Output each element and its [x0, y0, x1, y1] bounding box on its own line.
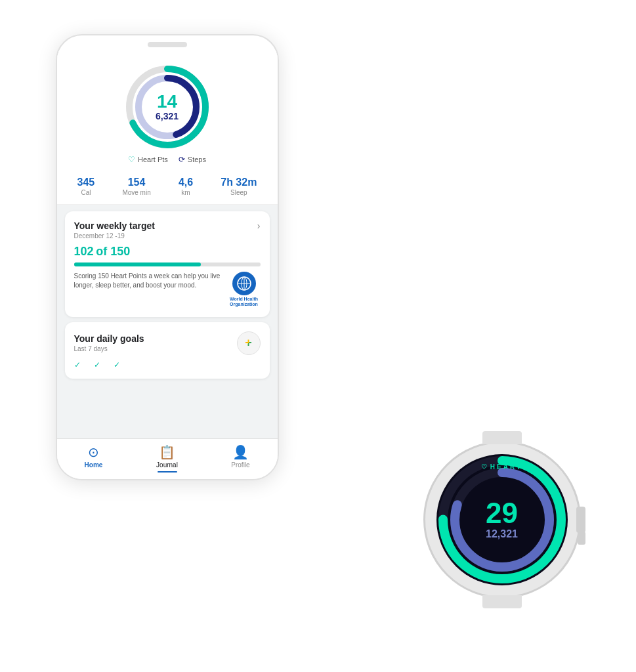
- nav-journal-label: Journal: [156, 461, 178, 469]
- who-svg: [236, 276, 252, 291]
- watch-screen: ♡ HEART 29 12,321: [436, 454, 568, 585]
- weekly-target-title: Your weekly target: [74, 220, 155, 231]
- check-2: ✓: [94, 360, 100, 369]
- target-progress-label: 102 of 150: [74, 245, 261, 259]
- checkmarks-row: ✓ ✓ ✓: [74, 360, 261, 369]
- progress-bar-bg: [74, 262, 261, 266]
- journal-icon: 📋: [159, 444, 175, 460]
- chevron-right-icon: ›: [257, 220, 261, 231]
- daily-goals-subtitle: Last 7 days: [74, 345, 144, 352]
- watch-sub-number: 12,321: [486, 528, 518, 540]
- stat-sleep-value: 7h 32m: [221, 177, 257, 188]
- scene: 14 6,321 ♡ Heart Pts ⟳ Steps: [23, 21, 614, 651]
- weekly-target-card[interactable]: Your weekly target › December 12 -19 102…: [65, 211, 270, 317]
- nav-journal[interactable]: 📋 Journal: [144, 444, 190, 472]
- weekly-target-header: Your weekly target ›: [74, 220, 261, 231]
- stat-move-value: 154: [122, 177, 150, 188]
- watch-heart-icon: ♡: [481, 463, 489, 471]
- heart-pts-legend: ♡ Heart Pts: [128, 155, 168, 164]
- ring-center: 14 6,321: [156, 93, 179, 122]
- target-of-label: of: [96, 245, 110, 258]
- watch-lug-bottom: [482, 595, 522, 608]
- stat-km-value: 4,6: [179, 177, 193, 188]
- phone-screen: 14 6,321 ♡ Heart Pts ⟳ Steps: [57, 51, 278, 479]
- add-button[interactable]: +: [237, 331, 261, 355]
- card-body: Scoring 150 Heart Points a week can help…: [74, 272, 261, 308]
- stat-move-label: Move min: [122, 189, 150, 196]
- watch-crown: [576, 507, 585, 533]
- nav-home-label: Home: [85, 461, 103, 469]
- watch-crown-button: [578, 532, 585, 545]
- stat-move: 154 Move min: [122, 177, 150, 196]
- who-text: World HealthOrganization: [230, 297, 258, 308]
- heart-icon: ♡: [128, 155, 135, 164]
- check-1: ✓: [74, 360, 81, 369]
- watch-lug-top: [482, 431, 522, 444]
- watch-heart-label: ♡ HEART: [481, 463, 522, 471]
- phone: 14 6,321 ♡ Heart Pts ⟳ Steps: [56, 34, 279, 480]
- stat-cal-value: 345: [77, 177, 95, 188]
- stats-row: 345 Cal 154 Move min 4,6 km 7h 32m Sleep: [57, 171, 278, 205]
- nav-profile-label: Profile: [231, 461, 249, 469]
- daily-goals-header: Your daily goals Last 7 days +: [74, 331, 261, 355]
- ring-sub-number: 6,321: [156, 111, 179, 122]
- nav-home[interactable]: ⊙ Home: [71, 444, 117, 472]
- stat-cal: 345 Cal: [77, 177, 95, 196]
- weekly-target-description: Scoring 150 Heart Points a week can help…: [74, 272, 221, 290]
- progress-bar-fill: [74, 262, 201, 266]
- phone-notch: [148, 42, 187, 47]
- target-current: 102: [74, 245, 94, 258]
- ring-legend: ♡ Heart Pts ⟳ Steps: [128, 155, 206, 164]
- profile-icon: 👤: [232, 444, 249, 460]
- who-logo: World HealthOrganization: [228, 272, 261, 308]
- stat-km: 4,6 km: [179, 177, 193, 196]
- steps-label: Steps: [188, 156, 206, 163]
- stat-km-label: km: [179, 189, 193, 196]
- stat-sleep: 7h 32m Sleep: [221, 177, 257, 196]
- plus-icon: +: [245, 336, 252, 350]
- watch-body: ♡ HEART 29 12,321: [423, 441, 581, 598]
- check-3: ✓: [114, 360, 120, 369]
- target-total: 150: [110, 245, 130, 258]
- steps-legend: ⟳ Steps: [179, 155, 206, 164]
- daily-goals-title: Your daily goals: [74, 333, 144, 344]
- nav-profile[interactable]: 👤 Profile: [218, 444, 264, 472]
- who-circle-icon: [232, 272, 256, 295]
- watch: ♡ HEART 29 12,321: [417, 428, 587, 612]
- stat-cal-label: Cal: [77, 189, 95, 196]
- bottom-nav: ⊙ Home 📋 Journal 👤 Profile: [57, 438, 278, 479]
- weekly-target-date: December 12 -19: [74, 232, 261, 240]
- watch-main-number: 29: [486, 499, 518, 528]
- watch-heart-text: HEART: [490, 463, 522, 471]
- ring-container: 14 6,321: [125, 64, 210, 150]
- heart-pts-label: Heart Pts: [138, 156, 168, 163]
- watch-center: 29 12,321: [486, 499, 518, 540]
- stat-sleep-label: Sleep: [221, 189, 257, 196]
- ring-main-number: 14: [156, 93, 179, 111]
- nav-journal-underline: [158, 471, 177, 472]
- ring-section: 14 6,321 ♡ Heart Pts ⟳ Steps: [57, 51, 278, 171]
- daily-goals-content: Your daily goals Last 7 days: [74, 333, 144, 352]
- cards-area: Your weekly target › December 12 -19 102…: [57, 205, 278, 438]
- home-icon: ⊙: [88, 444, 99, 460]
- steps-icon: ⟳: [179, 155, 185, 164]
- daily-goals-card[interactable]: Your daily goals Last 7 days + ✓ ✓ ✓: [65, 322, 270, 379]
